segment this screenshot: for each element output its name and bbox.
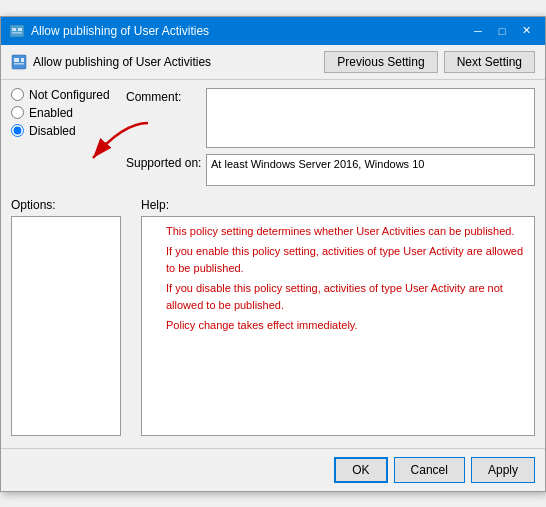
right-section: Comment: Supported on: At least Windows … bbox=[126, 88, 535, 186]
comment-input[interactable] bbox=[206, 88, 535, 148]
disabled-label: Disabled bbox=[29, 124, 76, 138]
enabled-radio[interactable] bbox=[11, 106, 24, 119]
supported-area: Supported on: At least Windows Server 20… bbox=[126, 154, 535, 186]
radio-group: Not Configured Enabled Disabled bbox=[11, 88, 111, 138]
maximize-button[interactable]: □ bbox=[491, 21, 513, 41]
main-window: Allow publishing of User Activities ─ □ … bbox=[0, 16, 546, 492]
not-configured-label: Not Configured bbox=[29, 88, 110, 102]
options-help-row: Options: Help: This policy setting deter… bbox=[11, 198, 535, 436]
svg-rect-6 bbox=[21, 58, 24, 62]
minimize-button[interactable]: ─ bbox=[467, 21, 489, 41]
next-setting-button[interactable]: Next Setting bbox=[444, 51, 535, 73]
help-text-1: This policy setting determines whether U… bbox=[150, 223, 526, 240]
header-buttons: Previous Setting Next Setting bbox=[324, 51, 535, 73]
main-content: Not Configured Enabled Disabled bbox=[11, 88, 535, 194]
help-title: Help: bbox=[141, 198, 535, 212]
policy-icon bbox=[11, 54, 27, 70]
options-title: Options: bbox=[11, 198, 131, 212]
dialog-footer: OK Cancel Apply bbox=[1, 448, 545, 491]
disabled-radio[interactable] bbox=[11, 124, 24, 137]
title-bar-left: Allow publishing of User Activities bbox=[9, 23, 209, 39]
enabled-option[interactable]: Enabled bbox=[11, 106, 111, 120]
comment-area: Comment: bbox=[126, 88, 535, 148]
disabled-option[interactable]: Disabled bbox=[11, 124, 111, 138]
options-section: Options: bbox=[11, 198, 131, 436]
svg-rect-3 bbox=[12, 32, 22, 34]
title-bar-text: Allow publishing of User Activities bbox=[31, 24, 209, 38]
supported-value: At least Windows Server 2016, Windows 10 bbox=[206, 154, 535, 186]
svg-rect-1 bbox=[12, 28, 16, 31]
title-bar-controls: ─ □ ✕ bbox=[467, 21, 537, 41]
prev-setting-button[interactable]: Previous Setting bbox=[324, 51, 437, 73]
radio-section: Not Configured Enabled Disabled bbox=[11, 88, 121, 146]
not-configured-option[interactable]: Not Configured bbox=[11, 88, 111, 102]
dialog-header-title: Allow publishing of User Activities bbox=[11, 54, 211, 70]
options-box bbox=[11, 216, 121, 436]
enabled-label: Enabled bbox=[29, 106, 73, 120]
help-section: Help: This policy setting determines whe… bbox=[141, 198, 535, 436]
help-text-3: If you disable this policy setting, acti… bbox=[150, 280, 526, 313]
title-bar: Allow publishing of User Activities ─ □ … bbox=[1, 17, 545, 45]
not-configured-radio[interactable] bbox=[11, 88, 24, 101]
apply-button[interactable]: Apply bbox=[471, 457, 535, 483]
svg-rect-5 bbox=[14, 58, 19, 62]
help-text-2: If you enable this policy setting, activ… bbox=[150, 243, 526, 276]
svg-rect-2 bbox=[18, 28, 22, 31]
help-content: This policy setting determines whether U… bbox=[141, 216, 535, 436]
help-text-4: Policy change takes effect immediately. bbox=[150, 317, 526, 334]
cancel-button[interactable]: Cancel bbox=[394, 457, 465, 483]
window-icon bbox=[9, 23, 25, 39]
svg-rect-7 bbox=[14, 63, 24, 65]
dialog-body: Not Configured Enabled Disabled bbox=[1, 80, 545, 444]
comment-label: Comment: bbox=[126, 88, 206, 148]
ok-button[interactable]: OK bbox=[334, 457, 387, 483]
supported-label: Supported on: bbox=[126, 154, 206, 170]
dialog-header: Allow publishing of User Activities Prev… bbox=[1, 45, 545, 80]
dialog-header-text: Allow publishing of User Activities bbox=[33, 55, 211, 69]
close-button[interactable]: ✕ bbox=[515, 21, 537, 41]
